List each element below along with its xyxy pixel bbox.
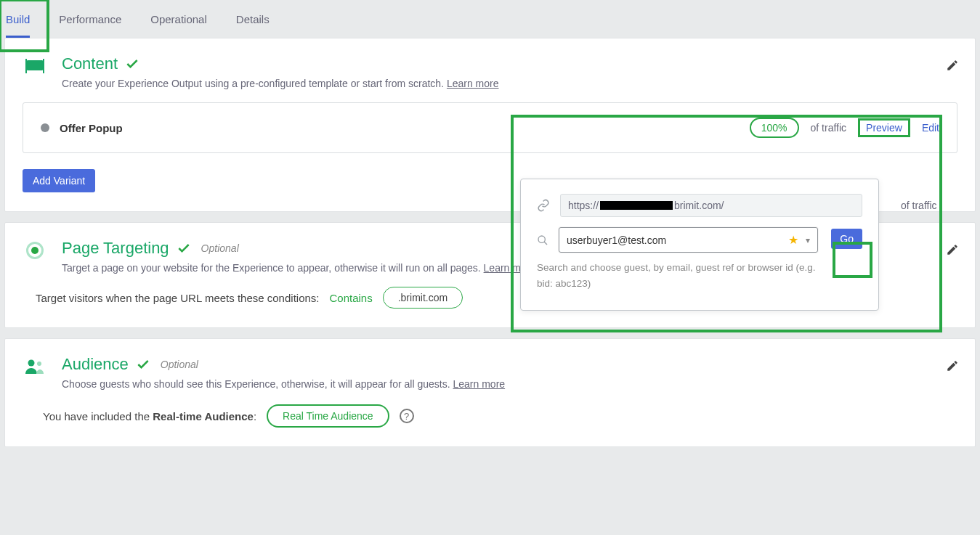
- chevron-down-icon[interactable]: ▾: [806, 235, 810, 245]
- targeting-operator[interactable]: Contains: [329, 292, 372, 304]
- targeting-optional-label: Optional: [201, 242, 239, 254]
- targeting-icon: [23, 239, 47, 259]
- search-icon: [537, 234, 548, 246]
- audience-title: Audience: [62, 355, 129, 374]
- svg-rect-1: [25, 59, 27, 73]
- content-title: Content: [62, 54, 118, 73]
- targeting-value-pill[interactable]: .brimit.com: [383, 287, 463, 309]
- preview-popup: https:// brimit.com/ ★ ▾ Search and choo…: [520, 179, 879, 311]
- targeting-title: Page Targeting: [62, 239, 169, 258]
- preview-link[interactable]: Preview: [866, 122, 902, 134]
- guest-search-help: Search and choose guest, by email, guest…: [537, 260, 818, 291]
- svg-point-6: [37, 362, 41, 366]
- check-icon: [177, 241, 191, 256]
- preview-url-field[interactable]: https:// brimit.com/: [560, 194, 862, 217]
- link-icon: [537, 199, 550, 212]
- edit-audience-button[interactable]: [946, 359, 959, 372]
- people-icon: [24, 358, 46, 375]
- pencil-icon: [946, 59, 959, 72]
- content-learn-more-link[interactable]: Learn more: [447, 78, 499, 89]
- targeting-condition-prefix: Target visitors when the page URL meets …: [36, 292, 319, 304]
- tab-operational[interactable]: Operational: [150, 0, 207, 38]
- audience-panel: Audience Optional Choose guests who shou…: [4, 338, 976, 447]
- content-icon: [23, 54, 47, 75]
- check-icon: [136, 357, 150, 372]
- pencil-icon: [946, 243, 959, 256]
- edit-targeting-button[interactable]: [946, 243, 959, 256]
- of-traffic-label: of traffic: [811, 122, 847, 134]
- add-variant-button[interactable]: Add Variant: [23, 169, 95, 192]
- guest-search-input[interactable]: [567, 234, 781, 246]
- svg-line-4: [544, 242, 547, 245]
- svg-point-3: [538, 236, 545, 242]
- tab-performance[interactable]: Performance: [59, 0, 121, 38]
- url-redacted: [600, 201, 673, 210]
- audience-subtitle: Choose guests who should see this Experi…: [62, 378, 450, 390]
- url-prefix: https://: [568, 200, 599, 211]
- svg-rect-2: [43, 59, 44, 73]
- help-icon[interactable]: ?: [400, 409, 414, 423]
- tab-details[interactable]: Details: [236, 0, 270, 38]
- tab-bar: Build Performance Operational Details: [0, 0, 980, 38]
- edit-variant-link[interactable]: Edit: [922, 122, 939, 134]
- audience-learn-more-link[interactable]: Learn more: [453, 378, 506, 390]
- targeting-subtitle: Target a page on your website for the Ex…: [62, 262, 481, 274]
- audience-body-text: You have included the Real-time Audience…: [43, 410, 256, 422]
- url-suffix: brimit.com/: [674, 200, 724, 211]
- audience-optional-label: Optional: [161, 359, 198, 370]
- billboard-icon: [25, 57, 45, 75]
- check-icon: [125, 57, 139, 71]
- pencil-icon: [946, 359, 959, 372]
- svg-rect-0: [27, 60, 43, 70]
- audience-body-prefix: You have included the: [43, 410, 153, 422]
- audience-body-bold: Real-time Audience: [153, 410, 254, 422]
- tab-build[interactable]: Build: [6, 0, 30, 38]
- guest-search-field[interactable]: ★ ▾: [559, 227, 818, 253]
- audience-pill[interactable]: Real Time Audience: [267, 404, 389, 428]
- edit-content-button[interactable]: [946, 59, 959, 72]
- of-traffic-label-2: of traffic: [901, 200, 937, 211]
- variant-row: Offer Popup 100% of traffic Preview Edit: [23, 102, 957, 153]
- content-subtitle: Create your Experience Output using a pr…: [62, 78, 444, 89]
- svg-point-5: [28, 360, 35, 367]
- traffic-percentage: 100%: [750, 118, 799, 138]
- star-icon: ★: [788, 233, 798, 247]
- go-button[interactable]: Go: [831, 229, 862, 249]
- variant-status-dot-icon: [41, 123, 49, 132]
- audience-icon: [23, 355, 47, 375]
- variant-name: Offer Popup: [60, 122, 123, 134]
